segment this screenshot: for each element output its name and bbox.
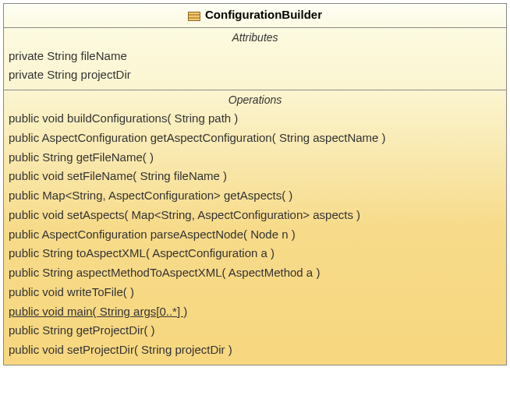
attributes-label: Attributes <box>9 31 501 44</box>
operation-row: public void buildConfigurations( String … <box>9 109 501 129</box>
operation-row: public String aspectMethodToAspectXML( A… <box>9 263 501 283</box>
operations-label: Operations <box>9 94 501 106</box>
svg-rect-0 <box>189 12 200 20</box>
operation-row: public String toAspectXML( AspectConfigu… <box>9 244 501 263</box>
operation-row: public AspectConfiguration parseAspectNo… <box>9 225 501 245</box>
operation-row: public void setProjectDir( String projec… <box>9 341 501 360</box>
class-header: ConfigurationBuilder <box>4 4 506 28</box>
class-icon <box>188 10 200 19</box>
operation-row: public void main( String args[0..*] ) <box>9 302 501 322</box>
class-name-container: ConfigurationBuilder <box>188 8 322 21</box>
operation-row: public void setAspects( Map<String, Aspe… <box>9 206 501 225</box>
operations-list: public void buildConfigurations( String … <box>9 109 501 360</box>
operation-row: public void writeToFile( ) <box>9 283 501 302</box>
uml-class: ConfigurationBuilder Attributes private … <box>3 3 507 365</box>
attribute-row: private String fileName <box>9 47 501 66</box>
attributes-compartment: Attributes private String fileNameprivat… <box>4 28 506 91</box>
operation-row: public String getProjectDir( ) <box>9 321 501 341</box>
operations-compartment: Operations public void buildConfiguratio… <box>4 90 506 365</box>
operation-row: public AspectConfiguration getAspectConf… <box>9 129 501 148</box>
operation-row: public String getFileName( ) <box>9 148 501 168</box>
operation-row: public void setFileName( String fileName… <box>9 167 501 186</box>
class-name: ConfigurationBuilder <box>205 8 322 21</box>
attributes-list: private String fileNameprivate String pr… <box>9 47 501 86</box>
attribute-row: private String projectDir <box>9 65 501 85</box>
operation-row: public Map<String, AspectConfiguration> … <box>9 186 501 206</box>
